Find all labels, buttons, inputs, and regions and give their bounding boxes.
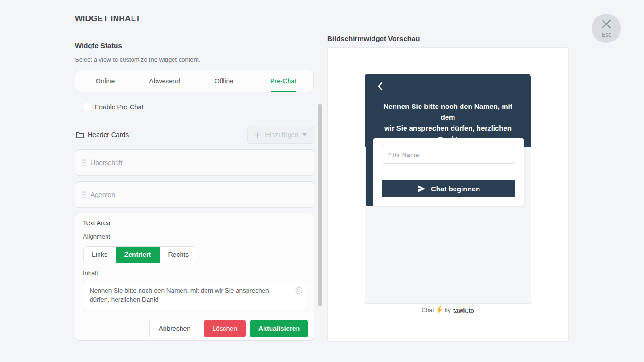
card-label: Agenten — [91, 191, 115, 198]
footer-brand-text[interactable]: tawk.to — [453, 307, 474, 314]
drag-handle-icon[interactable] — [82, 191, 86, 198]
esc-close-button[interactable]: Esc — [592, 14, 621, 43]
prechat-message-line1: Nennen Sie bitte noch den Namen, mit dem — [375, 101, 520, 123]
tab-pre-chat[interactable]: Pre-Chat — [254, 70, 313, 92]
actions-divider — [83, 315, 306, 315]
tab-label: Online — [96, 77, 115, 85]
align-center-button[interactable]: Zentriert — [116, 247, 160, 263]
content-textarea-box: Nennen Sie bitte noch den Namen, mit dem… — [83, 281, 307, 310]
align-left-button[interactable]: Links — [84, 247, 116, 263]
text-area-title: Text Area — [83, 219, 110, 227]
preview-panel: Nennen Sie bitte noch den Namen, mit dem… — [327, 47, 569, 342]
card-label: Überschrift — [91, 159, 123, 166]
align-right-button[interactable]: Rechts — [160, 247, 197, 263]
cancel-button[interactable]: Abbrechen — [149, 320, 199, 337]
prechat-form-card: Chat beginnen — [373, 138, 524, 206]
folder-icon — [76, 132, 84, 139]
chat-widget-header: Nennen Sie bitte noch den Namen, mit dem… — [365, 74, 531, 147]
header-cards-row: Header Cards Hinzufügen — [75, 126, 314, 144]
add-button-label: Hinzufügen — [265, 131, 298, 139]
send-icon — [417, 185, 426, 193]
close-icon — [601, 19, 611, 29]
alignment-segmented-control: Links Zentriert Rechts — [83, 246, 197, 263]
text-area-panel: Text Area Alignment Links Zentriert Rech… — [75, 213, 314, 341]
chevron-down-icon — [302, 133, 307, 136]
header-card-agenten[interactable]: Agenten — [75, 181, 314, 208]
enable-prechat-row: Enable Pre-Chat — [83, 103, 144, 111]
esc-label: Esc — [602, 32, 611, 38]
tab-label: Pre-Chat — [270, 77, 297, 85]
footer-chat-text: Chat — [421, 307, 434, 313]
vertical-scrollbar[interactable] — [318, 104, 322, 306]
lightning-bolt-icon — [437, 306, 442, 314]
header-card-ueberschrift[interactable]: Überschrift — [75, 149, 314, 176]
tab-abwesend[interactable]: Abwesend — [135, 70, 194, 92]
delete-button[interactable]: Löschen — [204, 320, 246, 337]
tab-offline[interactable]: Offline — [194, 70, 254, 92]
header-cards-label: Header Cards — [88, 131, 129, 139]
enable-prechat-label: Enable Pre-Chat — [95, 103, 144, 111]
widget-status-heading: Widgte Status — [75, 41, 122, 49]
plus-icon — [254, 132, 261, 139]
footer-by-text: by — [445, 307, 451, 313]
tab-online[interactable]: Online — [75, 70, 135, 92]
active-tab-underline — [271, 91, 296, 92]
widget-footer: Chat by tawk.to — [365, 303, 531, 317]
page-title: WIDGET INHALT — [75, 14, 140, 24]
content-label: Inhalt — [83, 270, 98, 277]
tab-label: Abwesend — [149, 77, 180, 85]
alignment-label: Alignment — [83, 233, 110, 240]
tab-label: Offline — [215, 77, 233, 85]
start-chat-button[interactable]: Chat beginnen — [382, 180, 515, 197]
widget-status-subheading: Select a view to customize the widget co… — [75, 56, 200, 63]
name-input[interactable] — [382, 146, 515, 164]
preview-heading: Bildschirmwidget Vorschau — [327, 34, 420, 42]
widget-header-strip — [366, 142, 373, 206]
back-chevron-icon[interactable] — [377, 82, 383, 90]
update-button[interactable]: Aktualisieren — [250, 320, 308, 337]
emoji-icon[interactable] — [295, 287, 303, 294]
actions-row: Abbrechen Löschen Aktualisieren — [149, 320, 308, 337]
widget-content-page: WIDGET INHALT Widgte Status Select a vie… — [0, 0, 644, 362]
start-chat-label: Chat beginnen — [431, 185, 480, 193]
drag-handle-icon[interactable] — [82, 159, 86, 166]
status-tabbar: Online Abwesend Offline Pre-Chat — [75, 70, 314, 92]
enable-prechat-toggle[interactable] — [83, 103, 91, 111]
add-header-card-button[interactable]: Hinzufügen — [247, 126, 314, 144]
content-textarea[interactable]: Nennen Sie bitte noch den Namen, mit dem… — [83, 281, 307, 310]
